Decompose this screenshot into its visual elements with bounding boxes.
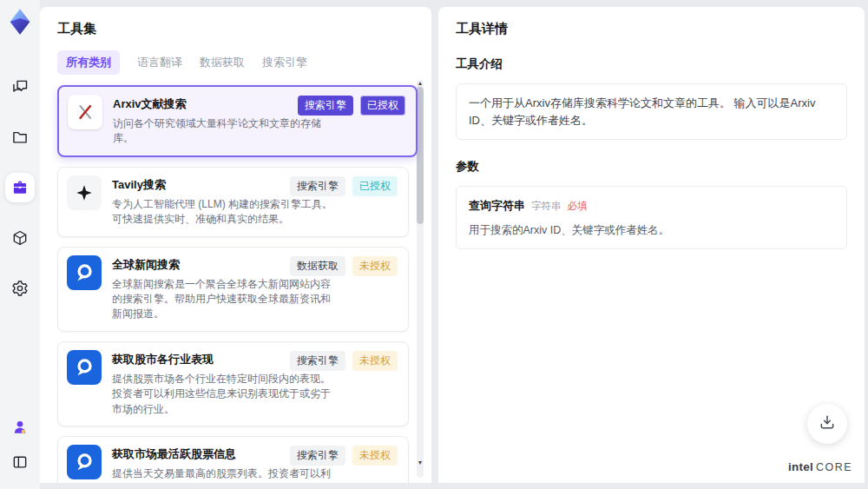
parameter-header: 查询字符串 字符串 必填 bbox=[469, 197, 834, 215]
tool-card[interactable]: 获取股市各行业表现提供股票市场各个行业在特定时间段内的表现。投资者可以利用这些信… bbox=[57, 341, 409, 426]
status-badge: 未授权 bbox=[352, 256, 398, 276]
arxiv-logo bbox=[68, 95, 102, 129]
tool-badges: 搜索引擎未授权 bbox=[290, 351, 398, 371]
folder-icon bbox=[11, 129, 29, 146]
scroll-down-arrow-icon[interactable]: ▼ bbox=[417, 459, 424, 466]
status-badge: 未授权 bbox=[352, 351, 398, 371]
status-badge: 已授权 bbox=[360, 96, 405, 116]
tool-description: 全球新闻搜索是一个聚合全球各大新闻网站内容的搜索引擎。帮助用户快速获取全球最新资… bbox=[112, 277, 334, 322]
sidebar-item-cube[interactable] bbox=[5, 223, 35, 253]
tab-0[interactable]: 所有类别 bbox=[57, 50, 120, 75]
scroll-up-arrow-icon[interactable]: ▲ bbox=[417, 80, 424, 86]
tab-1[interactable]: 语言翻译 bbox=[137, 50, 182, 75]
sidebar-nav bbox=[5, 72, 35, 303]
tool-badges: 搜索引擎已授权 bbox=[298, 96, 405, 116]
download-icon bbox=[819, 413, 836, 434]
tool-description: 专为人工智能代理 (LLM) 构建的搜索引擎工具。可快速提供实时、准确和真实的结… bbox=[112, 197, 334, 228]
gear-icon bbox=[11, 280, 29, 297]
tool-card[interactable]: 全球新闻搜索全球新闻搜索是一个聚合全球各大新闻网站内容的搜索引擎。帮助用户快速获… bbox=[57, 247, 409, 332]
intel-core-logo: intelCORE bbox=[788, 460, 852, 473]
sidebar-item-folder[interactable] bbox=[5, 122, 35, 152]
category-badge: 数据获取 bbox=[290, 256, 345, 276]
tool-badges: 搜索引擎已授权 bbox=[290, 176, 398, 196]
category-badge: 搜索引擎 bbox=[290, 351, 345, 371]
cube-icon bbox=[11, 229, 29, 247]
tool-badges: 数据获取未授权 bbox=[290, 256, 398, 276]
sidebar-bottom bbox=[5, 413, 35, 477]
chat-icon bbox=[11, 78, 29, 96]
sidebar-item-chat[interactable] bbox=[5, 72, 35, 102]
category-badge: 搜索引擎 bbox=[298, 96, 353, 116]
tool-card[interactable]: Tavily搜索专为人工智能代理 (LLM) 构建的搜索引擎工具。可快速提供实时… bbox=[57, 167, 409, 237]
sidebar-item-briefcase[interactable] bbox=[5, 173, 35, 202]
category-tabs: 所有类别语言翻译数据获取搜索引擎 bbox=[57, 50, 414, 75]
tool-description: 提供当天交易量最高的股票列表。投资者可以利用这些信息来识别流动性强的股票和潜在的… bbox=[112, 466, 334, 483]
category-badge: 搜索引擎 bbox=[290, 446, 345, 466]
tab-2[interactable]: 数据获取 bbox=[200, 50, 245, 75]
parameter-box: 查询字符串 字符串 必填 用于搜索的Arxiv ID、关键字或作者姓名。 bbox=[456, 186, 847, 249]
tool-collection-panel: 工具集 所有类别语言翻译数据获取搜索引擎 Arxiv文献搜索访问各个研究领域大量… bbox=[40, 7, 431, 483]
scrollbar: ▲ ▼ bbox=[417, 80, 424, 478]
briefcase-icon bbox=[11, 179, 29, 196]
download-button[interactable] bbox=[807, 404, 847, 444]
details-title: 工具详情 bbox=[456, 21, 847, 37]
tool-list: Arxiv文献搜索访问各个研究领域大量科学论文和文章的存储库。搜索引擎已授权Ta… bbox=[40, 80, 431, 483]
intro-box: 一个用于从Arxiv存储库搜索科学论文和文章的工具。 输入可以是Arxiv ID… bbox=[456, 83, 847, 140]
tool-details-panel: 工具详情 工具介绍 一个用于从Arxiv存储库搜索科学论文和文章的工具。 输入可… bbox=[438, 7, 865, 483]
core-wordmark: CORE bbox=[816, 461, 852, 473]
intro-text: 一个用于从Arxiv存储库搜索科学论文和文章的工具。 输入可以是Arxiv ID… bbox=[469, 96, 815, 127]
tool-description: 访问各个研究领域大量科学论文和文章的存储库。 bbox=[113, 116, 335, 147]
parameter-name: 查询字符串 bbox=[469, 197, 525, 215]
news-search-logo bbox=[67, 350, 102, 385]
scrollbar-thumb[interactable] bbox=[417, 87, 424, 224]
news-search-logo bbox=[67, 445, 102, 479]
panel-toggle-icon bbox=[11, 453, 29, 471]
parameter-description: 用于搜索的Arxiv ID、关键字或作者姓名。 bbox=[469, 222, 834, 239]
tab-3[interactable]: 搜索引擎 bbox=[262, 50, 307, 75]
tool-card[interactable]: Arxiv文献搜索访问各个研究领域大量科学论文和文章的存储库。搜索引擎已授权 bbox=[57, 85, 418, 157]
tavily-logo bbox=[67, 175, 102, 210]
tool-description: 提供股票市场各个行业在特定时间段内的表现。投资者可以利用这些信息来识别表现优于或… bbox=[112, 372, 334, 417]
page-title: 工具集 bbox=[40, 7, 431, 37]
sidebar bbox=[0, 0, 40, 489]
intel-wordmark: intel bbox=[788, 460, 813, 473]
diamond-logo[interactable] bbox=[6, 8, 34, 36]
sidebar-item-user[interactable] bbox=[5, 413, 35, 442]
app-root: { "colors": { "accent": "#5846d6", "acce… bbox=[0, 0, 868, 489]
tool-card[interactable]: 获取市场最活跃股票信息提供当天交易量最高的股票列表。投资者可以利用这些信息来识别… bbox=[57, 436, 409, 483]
tool-badges: 搜索引擎未授权 bbox=[290, 446, 398, 466]
params-heading: 参数 bbox=[456, 159, 847, 175]
sidebar-item-panel-toggle[interactable] bbox=[5, 447, 35, 477]
user-icon bbox=[11, 419, 29, 436]
status-badge: 已授权 bbox=[352, 176, 398, 196]
intro-heading: 工具介绍 bbox=[456, 56, 847, 72]
status-badge: 未授权 bbox=[352, 446, 398, 466]
category-badge: 搜索引擎 bbox=[290, 176, 345, 196]
parameter-type: 字符串 bbox=[531, 199, 562, 214]
news-search-logo bbox=[67, 255, 102, 290]
parameter-required-badge: 必填 bbox=[568, 199, 588, 214]
sidebar-item-gear[interactable] bbox=[5, 274, 35, 303]
